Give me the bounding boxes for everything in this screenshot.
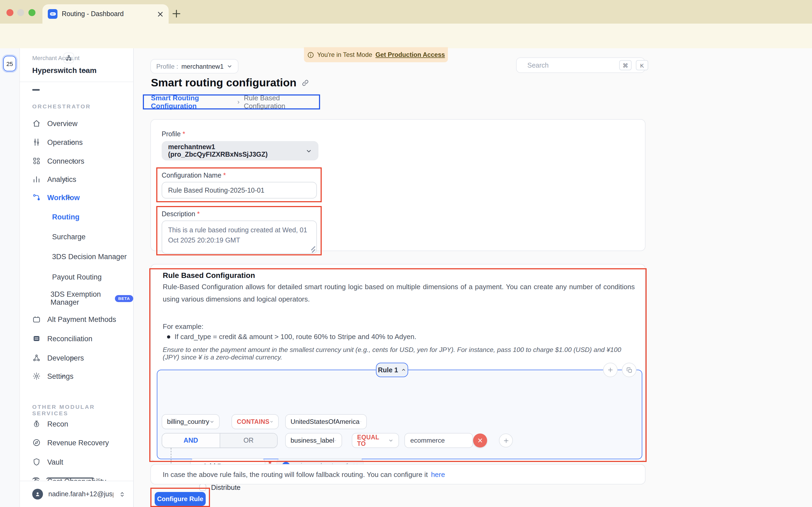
- sidebar-subitem-3ds-decision-manager[interactable]: 3DS Decision Manager: [52, 250, 127, 263]
- chevron-down-icon: [334, 438, 337, 443]
- or-toggle[interactable]: OR: [220, 434, 277, 447]
- sidebar-item-label: Workflow: [47, 193, 80, 202]
- test-mode-text: You're in Test Mode: [317, 51, 372, 58]
- description-value: This is a rule based routing created at …: [168, 226, 307, 244]
- sidebar-subitem-routing[interactable]: Routing: [52, 210, 80, 223]
- breadcrumb-separator: ›: [237, 98, 240, 106]
- chevron-up-icon: [401, 368, 406, 372]
- sidebar-item-recon[interactable]: Recon: [32, 417, 68, 430]
- merchant-account-row: Merchant Account: [32, 53, 80, 63]
- sidebar-item-settings[interactable]: Settings: [32, 370, 73, 383]
- bullet-dot: [167, 336, 170, 339]
- window-close-button[interactable]: [6, 9, 13, 16]
- sidebar-item-revenue-recovery[interactable]: Revenue Recovery: [32, 436, 109, 449]
- connector-line-vertical: [171, 448, 171, 466]
- condition1-value-dropdown[interactable]: UnitedStatesOfAmerica: [285, 414, 367, 429]
- search-input[interactable]: [526, 61, 615, 69]
- extension-counter-badge[interactable]: 25: [3, 56, 16, 71]
- distribute-checkbox[interactable]: [199, 484, 206, 491]
- merchant-account-switcher[interactable]: Hyperswitch team: [32, 64, 97, 77]
- condition1-field-dropdown[interactable]: billing_country: [162, 414, 220, 429]
- browser-tab[interactable]: Routing - Dashboard: [42, 4, 169, 23]
- chevron-down-icon: [62, 176, 69, 183]
- window-minimize-button[interactable]: [17, 9, 24, 16]
- tab-close-icon[interactable]: [157, 11, 163, 17]
- rule-section-description: Rule-Based Configuration allows for deta…: [163, 281, 635, 305]
- profile-chip-label: Profile :: [156, 62, 178, 70]
- shortcut-cmd-key: ⌘: [619, 60, 631, 70]
- sidebar-subitem-payout-routing[interactable]: Payout Routing: [52, 270, 102, 283]
- global-search[interactable]: ⌘ K: [516, 57, 645, 73]
- sidebar-item-analytics[interactable]: Analytics: [32, 173, 76, 186]
- dropdown-value: EQUAL TO: [357, 434, 389, 447]
- sidebar-item-connectors[interactable]: Connectors: [32, 155, 84, 167]
- sidebar-item-label: Vault: [47, 458, 63, 466]
- shortcut-k-key: K: [636, 60, 648, 70]
- chevron-down-icon: [69, 354, 77, 361]
- profile-select[interactable]: merchantnew1 (pro_ZbcQyFIZXRBxNsSjJ3GZ): [162, 141, 318, 160]
- delete-condition-button[interactable]: [473, 434, 487, 447]
- logical-operator-toggle[interactable]: AND OR: [162, 433, 277, 448]
- section-orchestrator: ORCHESTRATOR: [32, 103, 91, 109]
- sidebar-item-vault[interactable]: Vault: [32, 455, 63, 468]
- screen: Routing - Dashboard app.hyperswitch.io/d…: [0, 0, 812, 507]
- sidebar-item-label: Operations: [47, 138, 83, 146]
- new-tab-button[interactable]: [172, 10, 181, 18]
- sidebar-item-overview[interactable]: Overview: [32, 117, 78, 130]
- compass-icon: [32, 438, 41, 447]
- chevron-down-icon: [269, 419, 273, 425]
- chevron-down-icon: [209, 419, 214, 425]
- rule-tab[interactable]: Rule 1: [376, 363, 408, 377]
- page-title: Smart routing configuration: [151, 76, 296, 89]
- condition2-value-input[interactable]: ecommerce: [404, 433, 473, 448]
- sidebar-item-label: Reconciliation: [47, 335, 92, 343]
- fallback-text: In case the above rule fails, the routin…: [163, 470, 428, 478]
- sidebar-item-label: Revenue Recovery: [47, 439, 109, 447]
- sidebar-subitem-surcharge[interactable]: Surcharge: [52, 230, 86, 243]
- org-switch-button[interactable]: [63, 53, 74, 63]
- condition1-operator-dropdown[interactable]: CONTAINS: [232, 414, 279, 429]
- grid-icon: [32, 157, 41, 165]
- window-zoom-button[interactable]: [29, 9, 36, 16]
- sidebar-item-developers[interactable]: Developers: [32, 351, 84, 364]
- sidebar-item-alt-payment-methods[interactable]: Alt Payment Methods: [32, 313, 116, 326]
- condition2-field-dropdown[interactable]: business_label: [285, 433, 342, 448]
- duplicate-rule-button[interactable]: [622, 363, 637, 377]
- sidebar-item-partial: [32, 477, 118, 481]
- sidebar-user-footer[interactable]: nadine.farah+12@jusp...: [20, 481, 133, 507]
- profile-chip[interactable]: Profile : merchantnew1: [150, 59, 239, 73]
- section-other-modular-services: OTHER MODULAR SERVICES: [32, 403, 133, 416]
- share-link-icon[interactable]: [301, 78, 309, 87]
- dropdown-value: UnitedStatesOfAmerica: [291, 418, 360, 426]
- chevron-down-icon: [389, 438, 394, 443]
- config-name-input[interactable]: Rule Based Routing-2025-10-01: [162, 182, 317, 199]
- fallback-card: In case the above rule fails, the routin…: [150, 464, 646, 485]
- tab-title: Routing - Dashboard: [62, 10, 153, 18]
- chevron-up-icon: [65, 194, 72, 201]
- config-name-value: Rule Based Routing-2025-10-01: [168, 186, 264, 194]
- sidebar-item-reconciliation[interactable]: Reconciliation: [32, 332, 92, 345]
- chevron-down-icon: [68, 139, 75, 146]
- resize-handle[interactable]: [309, 246, 315, 253]
- sidebar-item-workflow[interactable]: Workflow: [32, 191, 80, 204]
- fallback-here-link[interactable]: here: [431, 470, 445, 478]
- workflow-icon: [32, 193, 41, 202]
- sidebar-subitem-3ds-exemption-manager[interactable]: 3DS Exemption Manager BETA: [50, 292, 133, 305]
- sidebar-item-operations[interactable]: Operations: [32, 136, 83, 149]
- sidebar-divider: [20, 81, 133, 82]
- breadcrumb-link-smart-routing[interactable]: Smart Routing Configuration: [151, 94, 233, 110]
- user-avatar: [32, 489, 43, 500]
- configure-rule-button[interactable]: Configure Rule: [155, 492, 206, 506]
- condition2-operator-dropdown[interactable]: EQUAL TO: [352, 433, 399, 448]
- browser-tab-bar: Routing - Dashboard: [0, 0, 812, 23]
- add-condition-button[interactable]: [499, 434, 513, 447]
- production-access-link[interactable]: Get Production Access: [375, 51, 445, 58]
- bar-chart-icon: [32, 175, 41, 183]
- shield-icon: [32, 458, 41, 466]
- profile-field-label: Profile *: [162, 130, 185, 138]
- and-toggle[interactable]: AND: [162, 434, 220, 447]
- unfold-icon[interactable]: [119, 491, 126, 498]
- sidebar-subitem-label: Surcharge: [52, 233, 86, 241]
- add-rule-button[interactable]: [603, 363, 618, 377]
- description-textarea[interactable]: This is a rule based routing created at …: [162, 221, 317, 254]
